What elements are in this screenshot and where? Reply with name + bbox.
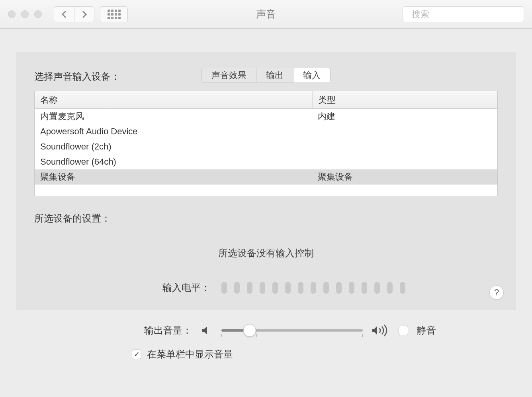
mute-checkbox[interactable] [399,326,408,335]
menubar-volume-row: 在菜单栏中显示音量 [78,348,532,361]
level-segment [374,282,380,294]
minimize-window-button[interactable] [21,10,29,18]
device-table: 名称 类型 内置麦克风 内建 Apowersoft Audio Device S… [34,91,498,196]
table-row[interactable]: Soundflower (64ch) [35,154,497,169]
device-name: 内置麦克风 [35,109,312,124]
show-in-menubar-label: 在菜单栏中显示音量 [147,348,233,361]
level-segment [234,282,240,294]
tab-input[interactable]: 输入 [293,68,330,83]
speaker-low-icon [201,324,213,336]
device-type [312,139,497,154]
output-volume-row: 输出音量： 静音 [96,324,436,337]
level-segment [323,282,329,294]
slider-ticks [221,334,363,337]
level-segment [362,282,367,294]
search-input[interactable] [412,9,521,20]
device-name: Soundflower (2ch) [35,139,312,154]
help-button[interactable]: ? [489,285,504,300]
device-type: 聚集设备 [312,169,497,185]
level-segment [221,282,227,294]
tab-sound-effects[interactable]: 声音效果 [202,68,256,83]
window-title: 声音 [256,8,276,21]
nav-buttons [54,6,94,22]
footer: 输出音量： 静音 在菜单栏中显示音量 [16,324,516,361]
table-row-empty [35,185,497,196]
output-volume-slider[interactable] [221,329,363,332]
device-type [312,154,497,169]
content: 声音效果 输出 输入 选择声音输入设备： 名称 类型 内置麦克风 内建 Apow… [0,52,532,377]
table-row[interactable]: Apowersoft Audio Device [35,124,497,139]
tab-output[interactable]: 输出 [256,68,293,83]
level-segment [285,282,291,294]
table-row[interactable]: 聚集设备 聚集设备 [35,169,497,185]
traffic-lights [8,10,42,18]
table-header: 名称 类型 [35,91,497,109]
device-name: Soundflower (64ch) [35,154,312,169]
level-segment [298,282,303,294]
table-row[interactable]: Soundflower (2ch) [35,139,497,154]
input-panel: 选择声音输入设备： 名称 类型 内置麦克风 内建 Apowersoft Audi… [16,52,516,310]
no-controls-message: 所选设备没有输入控制 [34,247,498,259]
forward-button[interactable] [74,7,94,22]
device-type [312,124,497,139]
table-row[interactable]: 内置麦克风 内建 [35,109,497,124]
grid-icon [108,10,121,19]
back-button[interactable] [54,7,74,22]
level-segment [349,282,354,294]
level-segment [272,282,278,294]
input-level-meter [221,282,405,294]
search-box[interactable] [403,6,524,22]
tab-bar: 声音效果 输出 输入 [201,68,331,83]
settings-heading: 所选设备的设置： [34,212,498,225]
mute-label: 静音 [417,324,436,337]
level-segment [400,282,405,294]
level-segment [311,282,316,294]
device-type: 内建 [312,109,497,124]
level-segment [336,282,342,294]
titlebar: 声音 [0,0,532,29]
output-volume-label: 输出音量： [96,324,192,337]
column-name-header[interactable]: 名称 [35,91,312,108]
level-segment [260,282,265,294]
show-all-button[interactable] [100,6,128,22]
level-segment [387,282,393,294]
speaker-high-icon [372,324,390,337]
zoom-window-button[interactable] [34,10,42,18]
device-name: 聚集设备 [35,169,312,185]
show-in-menubar-checkbox[interactable] [132,350,141,359]
input-level-row: 输入电平： [34,281,498,294]
close-window-button[interactable] [8,10,16,18]
input-level-label: 输入电平： [151,281,210,294]
table-body: 内置麦克风 内建 Apowersoft Audio Device Soundfl… [35,109,497,196]
level-segment [247,282,252,294]
column-type-header[interactable]: 类型 [312,91,497,108]
device-name: Apowersoft Audio Device [35,124,312,139]
